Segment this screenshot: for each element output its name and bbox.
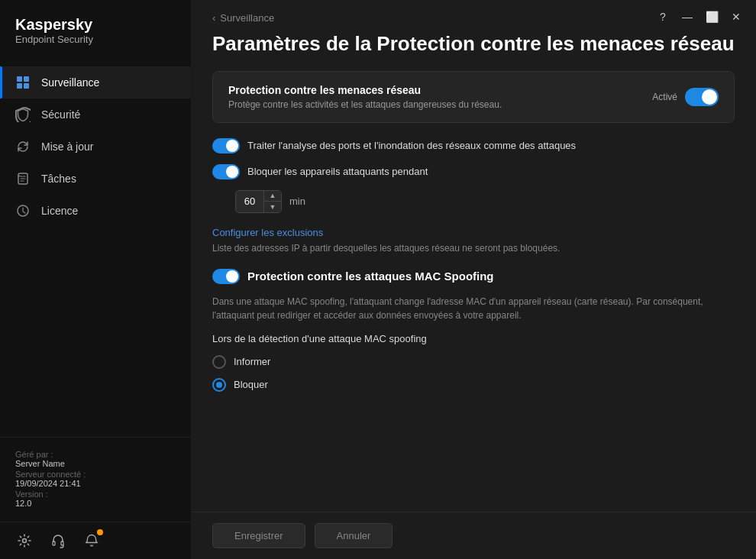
card-desc: Protège contre les activités et les atta… bbox=[228, 99, 502, 110]
spinner-buttons: ▲ ▼ bbox=[263, 190, 281, 213]
connected-date: 19/09/2024 21:41 bbox=[15, 479, 176, 488]
spinner-unit: min bbox=[289, 195, 305, 207]
radio-bloquer[interactable]: Bloquer bbox=[212, 378, 735, 392]
spinner-down-button[interactable]: ▼ bbox=[264, 202, 281, 213]
blocking-toggle[interactable] bbox=[212, 164, 240, 179]
portscan-item: Traiter l'analyse des ports et l'inondat… bbox=[212, 138, 735, 153]
mac-desc: Dans une attaque MAC spoofing, l'attaqua… bbox=[212, 295, 735, 322]
mac-toggle-thumb bbox=[226, 270, 238, 283]
main-toggle[interactable] bbox=[685, 88, 719, 106]
maximize-button[interactable]: ⬜ bbox=[701, 6, 722, 27]
spinner-box: 60 ▲ ▼ bbox=[235, 190, 282, 213]
app-layout: Kaspersky Endpoint Security Surveillance bbox=[0, 0, 756, 559]
svg-rect-0 bbox=[17, 76, 22, 82]
radio-bloquer-label: Bloquer bbox=[234, 379, 268, 390]
portscan-toggle-thumb bbox=[226, 140, 238, 152]
blocking-toggle-thumb bbox=[226, 166, 238, 178]
card-toggle-group: Activé bbox=[652, 88, 719, 106]
headset-icon[interactable] bbox=[49, 532, 67, 550]
mac-spoofing-item: Protection contre les attaques MAC Spoof… bbox=[212, 269, 735, 284]
radio-informer-circle bbox=[212, 355, 226, 369]
help-button[interactable]: ? bbox=[652, 6, 674, 27]
card-info: Protection contre les menaces réseau Pro… bbox=[228, 84, 502, 110]
blocking-toggle-track bbox=[212, 164, 240, 179]
breadcrumb-arrow: ‹ bbox=[212, 12, 215, 24]
logo-subtitle: Endpoint Security bbox=[15, 34, 176, 45]
svg-rect-8 bbox=[61, 541, 63, 545]
main-toggle-thumb bbox=[702, 89, 717, 105]
main-content: ‹ Surveillance Paramètres de la Protecti… bbox=[191, 0, 756, 559]
portscan-toggle-track bbox=[212, 138, 240, 153]
cancel-button[interactable]: Annuler bbox=[315, 523, 393, 548]
sidebar-item-securite[interactable]: Sécurité bbox=[0, 99, 191, 131]
portscan-label: Traiter l'analyse des ports et l'inondat… bbox=[247, 140, 576, 151]
sidebar-label-surveillance: Surveillance bbox=[41, 76, 99, 89]
sidebar-item-mise-a-jour[interactable]: Mise à jour bbox=[0, 131, 191, 163]
mac-section-title: Protection contre les attaques MAC Spoof… bbox=[247, 270, 494, 283]
sidebar-item-taches[interactable]: Tâches bbox=[0, 163, 191, 195]
license-icon bbox=[15, 203, 31, 218]
sidebar-item-surveillance[interactable]: Surveillance bbox=[0, 66, 191, 99]
main-toggle-track bbox=[685, 88, 719, 106]
sidebar-item-licence[interactable]: Licence bbox=[0, 195, 191, 227]
server-name: Server Name bbox=[15, 459, 176, 468]
spinner-wrap: 60 ▲ ▼ min bbox=[235, 190, 735, 213]
sidebar-label-taches: Tâches bbox=[41, 173, 76, 185]
sidebar-footer: Géré par : Server Name Serveur connecté … bbox=[0, 437, 191, 522]
logo-title: Kaspersky bbox=[15, 15, 176, 34]
svg-point-6 bbox=[23, 539, 27, 543]
page-title: Paramètres de la Protection contre les m… bbox=[212, 31, 735, 57]
refresh-icon bbox=[15, 139, 31, 154]
spinner-up-button[interactable]: ▲ bbox=[264, 190, 281, 202]
mac-toggle-track bbox=[212, 269, 240, 284]
detection-label: Lors de la détection d'une attaque MAC s… bbox=[212, 333, 735, 344]
shield-icon bbox=[15, 107, 31, 122]
blocking-item: Bloquer les appareils attaquants pendant bbox=[212, 164, 735, 179]
action-bar: Enregistrer Annuler bbox=[191, 512, 756, 559]
protection-card: Protection contre les menaces réseau Pro… bbox=[212, 71, 735, 123]
sidebar-logo: Kaspersky Endpoint Security bbox=[0, 15, 191, 66]
sidebar-label-licence: Licence bbox=[41, 205, 78, 217]
config-exclusions-link[interactable]: Configurer les exclusions bbox=[212, 227, 323, 238]
settings-icon[interactable] bbox=[15, 532, 34, 550]
svg-rect-1 bbox=[24, 76, 29, 82]
notifications-icon[interactable] bbox=[82, 532, 101, 550]
main-scroll: Protection contre les menaces réseau Pro… bbox=[191, 71, 756, 512]
sidebar: Kaspersky Endpoint Security Surveillance bbox=[0, 0, 191, 559]
notification-badge bbox=[97, 529, 103, 535]
radio-informer-label: Informer bbox=[234, 356, 270, 367]
managed-label: Géré par : bbox=[15, 450, 176, 459]
breadcrumb-label: Surveillance bbox=[220, 12, 274, 24]
card-status-label: Activé bbox=[652, 92, 677, 102]
sidebar-label-mise-a-jour: Mise à jour bbox=[41, 141, 93, 153]
svg-rect-3 bbox=[24, 83, 29, 89]
portscan-toggle[interactable] bbox=[212, 138, 240, 153]
mac-toggle[interactable] bbox=[212, 269, 240, 284]
sidebar-bottom-icons bbox=[0, 522, 191, 559]
task-icon bbox=[15, 171, 31, 186]
version-value: 12.0 bbox=[15, 499, 176, 508]
exclusion-desc: Liste des adresses IP à partir desquelle… bbox=[212, 243, 735, 254]
dashboard-icon bbox=[15, 75, 31, 90]
minimize-button[interactable]: — bbox=[677, 6, 698, 27]
sidebar-label-securite: Sécurité bbox=[41, 108, 80, 121]
card-title: Protection contre les menaces réseau bbox=[228, 84, 502, 96]
radio-informer[interactable]: Informer bbox=[212, 355, 735, 369]
card-header: Protection contre les menaces réseau Pro… bbox=[228, 84, 719, 110]
connected-label: Serveur connecté : bbox=[15, 470, 176, 479]
spinner-value[interactable]: 60 bbox=[236, 190, 263, 213]
save-button[interactable]: Enregistrer bbox=[212, 523, 305, 548]
sidebar-nav: Surveillance Sécurité bbox=[0, 66, 191, 437]
svg-rect-7 bbox=[53, 541, 55, 545]
svg-rect-2 bbox=[17, 83, 22, 89]
radio-bloquer-circle bbox=[212, 378, 226, 392]
blocking-label: Bloquer les appareils attaquants pendant bbox=[247, 166, 428, 177]
close-button[interactable]: ✕ bbox=[725, 6, 747, 27]
titlebar: ? — ⬜ ✕ bbox=[643, 0, 756, 34]
version-label: Version : bbox=[15, 490, 176, 499]
